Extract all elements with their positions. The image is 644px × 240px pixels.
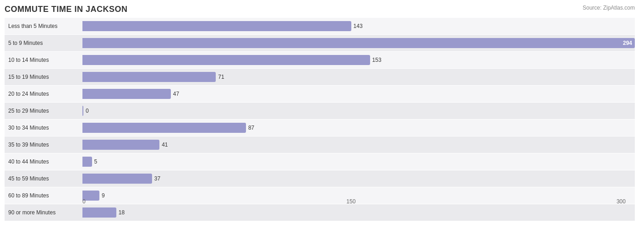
bar-value: 5 bbox=[94, 158, 98, 165]
x-axis-label: 300 bbox=[617, 198, 626, 212]
bar-row: 25 to 29 Minutes0 bbox=[5, 103, 635, 119]
bar-label: 20 to 24 Minutes bbox=[5, 91, 82, 97]
bar: 143 bbox=[82, 21, 351, 31]
bar-wrapper: 47 bbox=[82, 86, 635, 102]
bar-row: 5 to 9 Minutes294 bbox=[5, 35, 635, 51]
chart-container: COMMUTE TIME IN JACKSON Source: ZipAtlas… bbox=[0, 0, 644, 240]
bar: 47 bbox=[82, 89, 171, 99]
x-axis-label: 150 bbox=[346, 198, 355, 212]
bar-wrapper: 71 bbox=[82, 69, 635, 85]
bar-wrapper: 0 bbox=[82, 103, 635, 119]
bar-label: 15 to 19 Minutes bbox=[5, 74, 82, 80]
bar-value-inside: 294 bbox=[623, 40, 632, 46]
bar-row: 35 to 39 Minutes41 bbox=[5, 136, 635, 153]
bar-row: Less than 5 Minutes143 bbox=[5, 18, 635, 34]
bar-value: 71 bbox=[218, 74, 224, 80]
x-axis-label: 0 bbox=[82, 198, 86, 212]
bar: 153 bbox=[82, 55, 370, 65]
bar-wrapper: 87 bbox=[82, 120, 635, 136]
bar-value: 37 bbox=[154, 175, 160, 182]
bar-value: 47 bbox=[173, 91, 179, 97]
bar-label: 60 to 89 Minutes bbox=[5, 192, 82, 199]
chart-area: Less than 5 Minutes1435 to 9 Minutes2941… bbox=[5, 18, 635, 212]
bar-value: 143 bbox=[354, 23, 363, 29]
bar: 0 bbox=[82, 106, 83, 116]
bar-value: 0 bbox=[86, 108, 89, 114]
bar-wrapper: 143 bbox=[82, 18, 635, 34]
bar-wrapper: 41 bbox=[82, 136, 635, 153]
bar: 294 bbox=[82, 38, 635, 48]
bar-label: 30 to 34 Minutes bbox=[5, 125, 82, 131]
bar-wrapper: 153 bbox=[82, 52, 635, 68]
bar-wrapper: 5 bbox=[82, 153, 635, 170]
bar-label: 90 or more Minutes bbox=[5, 209, 82, 216]
bar: 37 bbox=[82, 174, 152, 184]
bar-label: 40 to 44 Minutes bbox=[5, 158, 82, 165]
bar-label: 5 to 9 Minutes bbox=[5, 40, 82, 46]
bars-area: Less than 5 Minutes1435 to 9 Minutes2941… bbox=[5, 18, 635, 198]
bar-label: 25 to 29 Minutes bbox=[5, 108, 82, 114]
bar-value: 9 bbox=[102, 192, 105, 199]
bar-row: 45 to 59 Minutes37 bbox=[5, 170, 635, 187]
bar-wrapper: 37 bbox=[82, 170, 635, 187]
bar: 87 bbox=[82, 123, 246, 133]
source-label: Source: ZipAtlas.com bbox=[583, 5, 635, 11]
bar-label: 45 to 59 Minutes bbox=[5, 175, 82, 182]
bar-label: Less than 5 Minutes bbox=[5, 23, 82, 29]
bar-label: 10 to 14 Minutes bbox=[5, 57, 82, 63]
bar-row: 40 to 44 Minutes5 bbox=[5, 153, 635, 170]
bar: 71 bbox=[82, 72, 216, 82]
chart-title: COMMUTE TIME IN JACKSON bbox=[5, 5, 635, 14]
bar-value: 153 bbox=[372, 57, 382, 63]
bar-value: 41 bbox=[162, 142, 168, 148]
bar-value: 87 bbox=[248, 125, 254, 131]
x-axis: 0150300 bbox=[82, 198, 635, 212]
bar-row: 30 to 34 Minutes87 bbox=[5, 120, 635, 136]
bar: 41 bbox=[82, 140, 159, 150]
bar: 5 bbox=[82, 157, 92, 167]
bar-row: 20 to 24 Minutes47 bbox=[5, 86, 635, 102]
bar-row: 10 to 14 Minutes153 bbox=[5, 52, 635, 68]
bar-wrapper: 294 bbox=[82, 35, 635, 51]
bar-label: 35 to 39 Minutes bbox=[5, 142, 82, 148]
bar-row: 15 to 19 Minutes71 bbox=[5, 69, 635, 85]
